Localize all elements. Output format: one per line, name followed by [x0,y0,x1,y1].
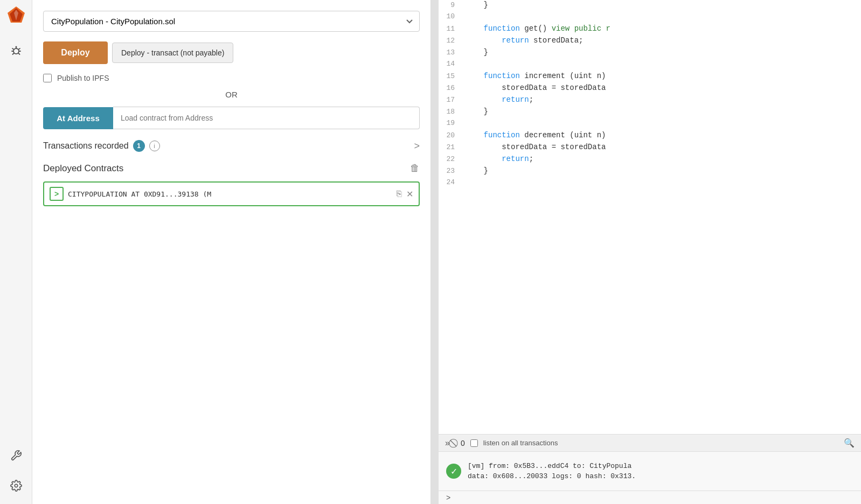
line-content: return storedData; [466,36,861,45]
line-number: 9 [439,1,466,9]
line-number: 14 [439,60,466,68]
line-number: 12 [439,37,466,45]
code-editor: 9 }1011 function get() view public r12 r… [439,0,861,434]
sidebar-scrollbar[interactable] [431,0,439,504]
sidebar-panel: CityPopulation - CityPopulation.sol Depl… [32,0,431,504]
code-line: 15 function increment (uint n) [439,71,861,83]
code-line: 19 [439,118,861,130]
code-line: 16 storedData = storedData [439,83,861,95]
publish-ipfs-row: Publish to IPFS [43,74,420,82]
transactions-title: Transactions recorded [43,141,129,151]
terminal-prompt-icon[interactable]: > [446,493,450,502]
deployed-contracts-title: Deployed Contracts [43,163,123,174]
terminal-log-line2: data: 0x608...20033 logs: 0 hash: 0x313. [468,471,636,482]
code-line: 12 return storedData; [439,36,861,47]
contract-select[interactable]: CityPopulation - CityPopulation.sol [43,11,420,32]
contract-item: > CITYPOPULATION AT 0XD91...39138 (M ⎘ ✕ [43,181,420,206]
deploy-section: Deploy Deploy - transact (not payable) [43,41,420,64]
contract-selector-section: CityPopulation - CityPopulation.sol [43,11,420,32]
transactions-section: Transactions recorded 1 i > [43,140,420,152]
line-content: } [466,166,861,175]
svg-point-5 [15,484,18,487]
line-number: 15 [439,72,466,80]
app-logo[interactable] [6,5,26,25]
at-address-input[interactable] [113,107,420,129]
code-line: 13 } [439,47,861,59]
code-line: 23 } [439,166,861,178]
or-divider: OR [43,90,420,99]
contract-actions: ⎘ ✕ [397,189,413,199]
info-icon[interactable]: i [149,141,160,151]
terminal-log: [vm] from: 0x5B3...eddC4 to: CityPopula … [468,461,636,482]
line-number: 21 [439,143,466,151]
wrench-icon[interactable] [6,446,26,465]
terminal-listen-label: listen on all transactions [483,439,838,447]
terminal-search-icon[interactable]: 🔍 [844,438,855,448]
deploy-button[interactable]: Deploy [43,41,108,64]
code-line: 14 [439,59,861,71]
line-content: function get() view public r [466,24,861,33]
code-panel: 9 }1011 function get() view public r12 r… [439,0,861,504]
contract-expand-button[interactable]: > [50,187,64,201]
deployed-contracts-section: Deployed Contracts 🗑 > CITYPOPULATION AT… [43,163,420,499]
terminal-collapse-icon[interactable]: » [445,438,450,448]
line-number: 23 [439,167,466,175]
line-content: } [466,107,861,116]
deployed-contracts-header: Deployed Contracts 🗑 [43,163,420,174]
publish-ipfs-checkbox[interactable] [43,74,52,82]
terminal-listen-checkbox[interactable] [470,439,478,447]
at-address-row: At Address [43,107,420,129]
code-line: 17 return; [439,95,861,107]
code-line: 24 [439,178,861,190]
line-content: return; [466,155,861,163]
deploy-tooltip: Deploy - transact (not payable) [112,43,233,63]
code-line: 9 } [439,0,861,12]
line-content: return; [466,95,861,104]
line-number: 18 [439,108,466,116]
terminal-content: ✓ [vm] from: 0x5B3...eddC4 to: CityPopul… [439,452,861,491]
code-line: 18 } [439,107,861,118]
line-number: 22 [439,155,466,163]
line-number: 24 [439,178,466,186]
line-number: 20 [439,131,466,139]
line-number: 17 [439,96,466,104]
publish-ipfs-label: Publish to IPFS [57,74,109,82]
transactions-badge: 1 [133,140,145,152]
line-number: 11 [439,25,466,33]
code-line: 10 [439,12,861,24]
terminal-log-line1: [vm] from: 0x5B3...eddC4 to: CityPopula [468,461,636,472]
icon-bar [0,0,32,504]
transactions-header[interactable]: Transactions recorded 1 i > [43,140,420,152]
line-content: } [466,48,861,57]
line-content: } [466,1,861,9]
line-number: 16 [439,84,466,92]
line-content: storedData = storedData [466,83,861,92]
contract-copy-button[interactable]: ⎘ [397,189,402,199]
deploy-row: Deploy Deploy - transact (not payable) [43,41,420,64]
code-line: 11 function get() view public r [439,24,861,36]
bug-icon[interactable] [6,41,26,60]
terminal-toolbar: » ⃠ 0 listen on all transactions 🔍 [439,435,861,452]
line-content: storedData = storedData [466,143,861,151]
terminal-count: 0 [461,439,465,447]
line-number: 13 [439,48,466,57]
svg-point-4 [15,46,17,48]
code-line: 20 function decrement (uint n) [439,130,861,142]
contract-close-button[interactable]: ✕ [406,189,413,199]
success-icon: ✓ [446,464,461,479]
terminal-bottom: > [439,491,861,504]
code-line: 22 return; [439,154,861,166]
line-number: 10 [439,12,466,20]
settings-icon[interactable] [6,476,26,495]
at-address-button[interactable]: At Address [43,107,113,129]
terminal-panel: » ⃠ 0 listen on all transactions 🔍 ✓ [vm… [439,434,861,504]
line-number: 19 [439,119,466,127]
trash-icon[interactable]: 🗑 [410,163,420,174]
contract-name: CITYPOPULATION AT 0XD91...39138 (M [68,190,392,198]
transactions-chevron[interactable]: > [414,141,420,152]
code-line: 21 storedData = storedData [439,142,861,154]
line-content: function decrement (uint n) [466,131,861,139]
line-content: function increment (uint n) [466,72,861,80]
